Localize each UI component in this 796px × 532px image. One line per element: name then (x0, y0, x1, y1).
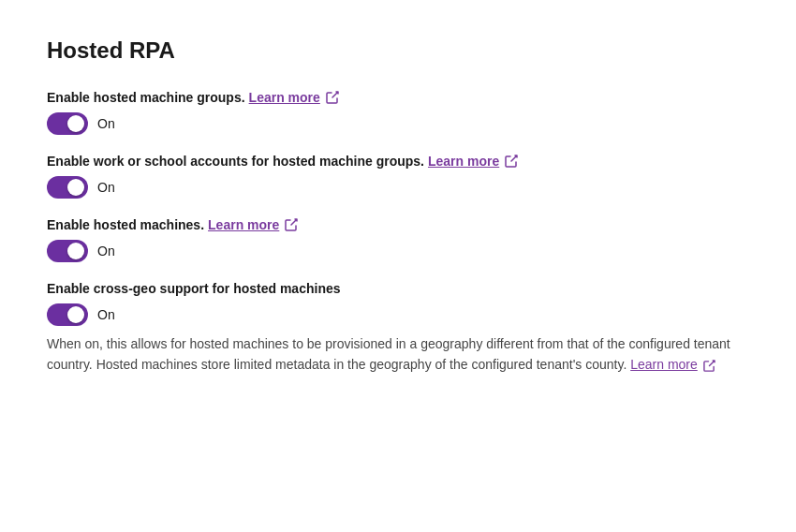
setting-cross-geo-support: Enable cross-geo support for hosted mach… (47, 281, 749, 376)
setting-label-row-1: Enable hosted machine groups. Learn more (47, 90, 749, 105)
learn-more-link-4[interactable]: Learn more (630, 357, 698, 372)
toggle-hosted-machine-groups[interactable] (47, 112, 88, 135)
cross-geo-description: When on, this allows for hosted machines… (47, 333, 749, 376)
setting-label-row-2: Enable work or school accounts for hoste… (47, 154, 749, 169)
setting-label-3: Enable hosted machines. (47, 217, 204, 232)
toggle-track-2 (47, 176, 88, 199)
toggle-work-school-accounts[interactable] (47, 176, 88, 199)
setting-label-4: Enable cross-geo support for hosted mach… (47, 281, 341, 296)
toggle-thumb-3 (67, 243, 84, 259)
setting-hosted-machine-groups: Enable hosted machine groups. Learn more… (47, 90, 749, 135)
setting-work-school-accounts: Enable work or school accounts for hoste… (47, 154, 749, 199)
setting-hosted-machines: Enable hosted machines. Learn more On (47, 217, 749, 262)
toggle-thumb-2 (67, 179, 84, 196)
toggle-track-3 (47, 240, 88, 262)
toggle-row-2: On (47, 176, 749, 199)
external-link-icon-2 (505, 155, 518, 168)
learn-more-link-3[interactable]: Learn more (208, 217, 279, 232)
external-link-icon-4 (703, 360, 715, 372)
setting-label-row-4: Enable cross-geo support for hosted mach… (47, 281, 749, 296)
toggle-row-4: On (47, 303, 749, 326)
setting-label-row-3: Enable hosted machines. Learn more (47, 217, 749, 232)
description-text-content: When on, this allows for hosted machines… (47, 336, 730, 372)
learn-more-link-2[interactable]: Learn more (428, 154, 499, 169)
toggle-label-2: On (97, 180, 115, 195)
toggle-track-1 (47, 112, 88, 135)
learn-more-link-1[interactable]: Learn more (249, 90, 320, 105)
toggle-track-4 (47, 303, 88, 326)
toggle-hosted-machines[interactable] (47, 240, 88, 262)
toggle-row-3: On (47, 240, 749, 262)
toggle-thumb-4 (67, 306, 84, 323)
toggle-label-4: On (97, 307, 115, 322)
toggle-label-3: On (97, 244, 115, 259)
external-link-icon-1 (326, 91, 339, 104)
external-link-icon-3 (285, 218, 298, 231)
toggle-row-1: On (47, 112, 749, 135)
setting-label-2: Enable work or school accounts for hoste… (47, 154, 424, 169)
page-title: Hosted RPA (47, 37, 749, 64)
toggle-label-1: On (97, 116, 115, 131)
toggle-thumb-1 (67, 115, 84, 132)
setting-label-1: Enable hosted machine groups. (47, 90, 245, 105)
toggle-cross-geo-support[interactable] (47, 303, 88, 326)
